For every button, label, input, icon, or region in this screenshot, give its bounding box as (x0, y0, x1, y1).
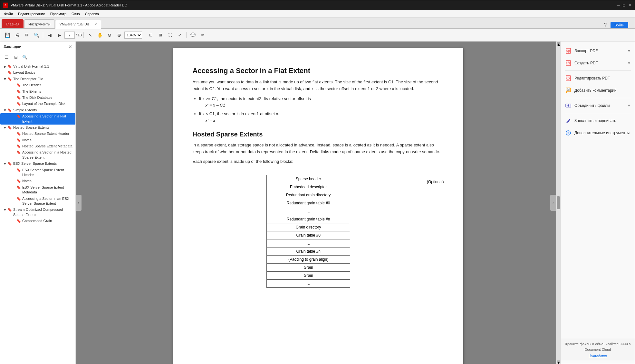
fit-width-button[interactable]: ⊡ (146, 31, 155, 40)
rotate-button[interactable]: ⤢ (175, 31, 184, 40)
menu-window[interactable]: Окно (69, 11, 82, 16)
menu-view[interactable]: Просмотр (48, 11, 69, 16)
collapse-button[interactable]: ⊟ (12, 53, 20, 61)
tab-bar: Главная Инструменты VMware Virtual Dis..… (0, 18, 635, 29)
rp-create-pdf[interactable]: PDF+ Создать PDF ▼ (561, 57, 635, 69)
bookmark-label-stream: Stream-Optimized Compressed Sparse Exten… (13, 207, 73, 217)
bookmark-icon-hosted: 🔖 (7, 126, 12, 130)
bookmark-the-header[interactable]: ▶ 🔖 The Header (0, 82, 75, 88)
hand-tool[interactable]: ✋ (95, 31, 104, 40)
bookmark-label-extents: The Extents (22, 89, 41, 94)
cursor-tool[interactable]: ↖ (86, 31, 95, 40)
bookmark-accessing-flat[interactable]: ▶ 🔖 Accessing a Sector in a Flat Extent (0, 113, 75, 125)
rp-add-comment[interactable]: 💬 Добавить комментарий (561, 84, 635, 97)
bookmark-icon-notes-1: 🔖 (16, 138, 21, 142)
find-bookmark-button[interactable]: 🔍 (21, 53, 29, 61)
zoom-select[interactable]: 50% 75% 100% 125% 134% 150% 200% (124, 32, 142, 39)
bookmark-icon-header: 🔖 (16, 83, 21, 87)
signin-button[interactable]: Войти (611, 22, 628, 28)
close-button[interactable]: ✕ (628, 3, 632, 7)
bookmark-notes-2[interactable]: ▶ 🔖 Notes (0, 178, 75, 184)
bookmark-icon-hosted-meta: 🔖 (16, 144, 21, 148)
redundant-grain-table-n-cell: Redundant grain table #n (267, 215, 350, 223)
bookmark-disk-database[interactable]: ▶ 🔖 The Disk Database (0, 95, 75, 101)
bookmark-accessing-esx[interactable]: ▶ 🔖 Accessing a Sector in an ESX Server … (0, 196, 75, 207)
zoom-out-button[interactable]: ⊖ (105, 31, 114, 40)
app-icon: A (3, 3, 8, 8)
page-input[interactable]: 7 (64, 32, 75, 39)
search-button[interactable]: 🔍 (32, 31, 41, 40)
rp-combine[interactable]: + Объединить файлы ▼ (561, 99, 635, 112)
tab-close-button[interactable]: ✕ (94, 23, 97, 26)
bookmark-label-hosted-header: Hosted Sparse Extent Header (22, 131, 69, 136)
svg-text:💬: 💬 (567, 88, 571, 91)
next-page-button[interactable]: ▶ (55, 31, 64, 40)
rp-export-pdf[interactable]: PDF Экспорт PDF ▼ (561, 45, 635, 57)
app-window: A VMware Virtual Disks: Virtual Disk For… (0, 0, 635, 364)
bookmark-label-diskdb: The Disk Database (22, 95, 53, 100)
scrollbar[interactable]: ▲ ▼ (556, 42, 561, 364)
bookmark-stream-sparse[interactable]: ▶ 🔖 Stream-Optimized Compressed Sparse E… (0, 207, 75, 218)
rp-fill-sign[interactable]: Заполнить и подписать (561, 115, 635, 127)
dots-2-cell: … (267, 239, 350, 247)
bookmark-label-header: The Header (22, 83, 41, 88)
fullscreen-button[interactable]: ⛶ (166, 31, 175, 40)
prev-page-button[interactable]: ◀ (45, 31, 54, 40)
bookmark-icon-vdf: 🔖 (7, 64, 12, 69)
bookmark-compressed-grain[interactable]: ▶ 🔖 Compressed Grain (0, 218, 75, 224)
bookmark-icon-accessing-esx: 🔖 (16, 197, 21, 201)
rp-edit-pdf[interactable]: PDF Редактировать PDF (561, 72, 635, 84)
help-icon[interactable]: ? (604, 22, 607, 28)
bookmark-vdf[interactable]: ▶ 🔖 Virtual Disk Format 1.1 (0, 63, 75, 70)
table-row: Grain directory (267, 223, 350, 231)
tab-home[interactable]: Главная (2, 19, 24, 28)
menu-help[interactable]: Справка (82, 11, 101, 16)
bookmark-esx-meta[interactable]: ▶ 🔖 ESX Server Sparse Extent Metadata (0, 184, 75, 196)
bookmark-label-notes-2: Notes (22, 179, 32, 183)
bookmark-label-vdf: Virtual Disk Format 1.1 (13, 64, 49, 69)
menu-edit[interactable]: Редактирование (15, 11, 48, 16)
expand-all-button[interactable]: ☰ (3, 53, 11, 61)
main-area: Закладки ✕ ☰ ⊟ 🔍 ▶ 🔖 Virtual Disk Format… (0, 42, 635, 364)
export-pdf-chevron: ▼ (627, 49, 631, 53)
bookmark-notes-1[interactable]: ▶ 🔖 Notes (0, 137, 75, 143)
bookmark-descriptor-file[interactable]: ▶ 🔖 The Descriptor File (0, 76, 75, 82)
email-button[interactable]: ✉ (22, 31, 31, 40)
combine-label: Объединить файлы (574, 103, 625, 108)
bookmark-layout-basics[interactable]: ▶ 🔖 Layout Basics (0, 70, 75, 76)
tab-doc[interactable]: VMware Virtual Dis... ✕ (55, 20, 101, 29)
pencil-button[interactable]: ✏ (198, 31, 207, 40)
print-button[interactable]: 🖨 (13, 31, 22, 40)
bookmark-esx-sparse[interactable]: ▶ 🔖 ESX Server Sparse Extents (0, 161, 75, 167)
sidebar-header: Закладки ✕ (0, 42, 75, 52)
menu-file[interactable]: Файл (2, 11, 15, 16)
bookmark-hosted-sparse[interactable]: ▶ 🔖 Hosted Sparse Extents (0, 125, 75, 131)
sidebar-close-button[interactable]: ✕ (68, 44, 72, 49)
bookmark-hosted-header[interactable]: ▶ 🔖 Hosted Sparse Extent Header (0, 131, 75, 137)
save-button[interactable]: 💾 (3, 31, 12, 40)
bookmark-layout-example[interactable]: ▶ 🔖 Layout of the Example Disk (0, 101, 75, 107)
comment-button[interactable]: 💬 (188, 31, 197, 40)
table-row: Redundant grain directory (267, 191, 350, 199)
zoom-in-button[interactable]: ⊕ (115, 31, 124, 40)
content-area[interactable]: ‹ Accessing a Sector in a Flat Extent As… (76, 42, 561, 364)
bookmark-icon-comp-grain: 🔖 (16, 219, 21, 223)
bookmark-accessing-hosted[interactable]: ▶ 🔖 Accessing a Sector in a Hosted Spars… (0, 149, 75, 161)
maximize-button[interactable]: □ (622, 3, 626, 7)
section1-eq2: x' = x (206, 118, 215, 123)
bookmark-esx-header[interactable]: ▶ 🔖 ESX Server Sparse Extent Header (0, 167, 75, 178)
bookmark-simple-extents[interactable]: ▶ 🔖 Simple Extents (0, 107, 75, 113)
bookmark-label-hosted: Hosted Sparse Extents (13, 125, 50, 130)
rp-more-tools[interactable]: + Дополнительные инструменты (561, 127, 635, 139)
bookmark-icon-esx: 🔖 (7, 162, 12, 166)
minimize-button[interactable]: ─ (616, 3, 621, 7)
table-row: Embedded descriptor (267, 183, 350, 191)
section1-title: Accessing a Sector in a Flat Extent (193, 67, 444, 75)
tab-tools[interactable]: Инструменты (24, 19, 55, 28)
rp-bottom-link[interactable]: Подробнее (565, 353, 631, 357)
bookmark-the-extents[interactable]: ▶ 🔖 The Extents (0, 89, 75, 95)
sidebar-toggle-left[interactable]: ‹ (76, 195, 82, 211)
bookmark-hosted-meta[interactable]: ▶ 🔖 Hosted Sparse Extent Metadata (0, 143, 75, 149)
fit-page-button[interactable]: ⊞ (156, 31, 165, 40)
sidebar-toggle-right[interactable]: › (550, 195, 556, 211)
